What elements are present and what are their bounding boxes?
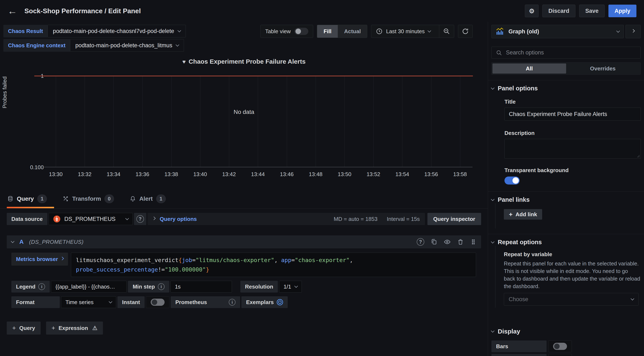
query-header[interactable]: A (DS_PROMETHEUS) ?: [7, 235, 481, 248]
panel-settings-button[interactable]: ⚙: [525, 5, 538, 17]
variable-value-dropdown[interactable]: podtato-main-pod-delete-chaosnl7vd-pod-d…: [48, 25, 186, 37]
trash-icon[interactable]: [457, 238, 464, 245]
gridline: [171, 76, 172, 167]
time-range-control: Last 30 minutes: [371, 25, 454, 38]
drag-handle-icon[interactable]: [470, 239, 476, 245]
visualization-picker[interactable]: Graph (old): [492, 25, 624, 38]
gridline: [114, 76, 114, 167]
duplicate-icon[interactable]: [430, 238, 437, 245]
plus-icon: +: [509, 211, 513, 218]
section-panel-links[interactable]: Panel links: [492, 196, 641, 203]
gridline: [431, 76, 432, 167]
tab-count-badge: 1: [156, 194, 166, 203]
tab-overrides[interactable]: Overrides: [566, 63, 640, 74]
x-tick-label: 13:38: [164, 171, 178, 178]
instant-toggle[interactable]: [151, 299, 164, 306]
resolution-select[interactable]: 1/1: [279, 281, 302, 293]
query-stats: MD = auto = 1853 Interval = 15s: [334, 216, 420, 222]
grafana-edit-panel: ← Sock-Shop Performance / Edit Panel ⚙ D…: [0, 0, 644, 356]
refresh-button[interactable]: [458, 25, 473, 38]
toggle-viz-picker-button[interactable]: [626, 25, 641, 38]
x-tick-label: 13:58: [453, 171, 467, 178]
promql-expression-input[interactable]: litmuschaos_experiment_verdict{job="litm…: [71, 253, 476, 277]
chevron-down-icon: [294, 284, 298, 288]
query-options-link[interactable]: Query options: [160, 216, 197, 222]
tab-transform[interactable]: Transform 0: [62, 194, 116, 208]
question-circle-icon: ?: [136, 215, 144, 223]
promql-token-op: =: [192, 257, 196, 263]
actual-option[interactable]: Actual: [338, 25, 367, 38]
format-select[interactable]: Time series: [61, 296, 116, 308]
discard-button[interactable]: Discard: [542, 5, 576, 17]
query-body: Metrics browser litmuschaos_experiment_v…: [7, 253, 481, 277]
help-icon[interactable]: ?: [417, 238, 424, 246]
back-arrow-icon[interactable]: ←: [8, 6, 17, 16]
promql-token-op: !=: [158, 266, 165, 273]
add-query-button[interactable]: + Query: [7, 322, 40, 335]
panel-toolbar: Chaos Result podtato-main-pod-delete-cha…: [0, 22, 488, 52]
min-step-label-chip: Min step i: [128, 281, 169, 293]
promql-token-brace: }: [206, 266, 209, 273]
legend-input[interactable]: {{app_label}} - {{chaos…: [51, 281, 127, 293]
x-tick-label: 13:46: [280, 171, 294, 178]
add-expression-button[interactable]: + Expression ⚠: [46, 322, 103, 335]
x-tick-label: 13:32: [78, 171, 92, 178]
exemplars-target-icon[interactable]: [277, 299, 283, 305]
gridline: [84, 76, 85, 167]
resize-handle-icon[interactable]: [636, 154, 640, 158]
min-step-label: Min step: [132, 284, 155, 290]
variable-value-dropdown[interactable]: podtato-main-pod-delete-chaos_litmus: [70, 39, 184, 52]
x-tick-label: 13:54: [396, 171, 409, 178]
transparent-bg-toggle[interactable]: [504, 177, 520, 184]
bell-icon: [130, 196, 136, 202]
instant-toggle-box: [146, 296, 170, 308]
gridline: [287, 76, 287, 167]
zoom-out-time-button[interactable]: [439, 25, 454, 38]
section-display[interactable]: Display: [492, 328, 641, 335]
panel-description-textarea[interactable]: [504, 139, 641, 159]
panel-header[interactable]: ♥Chaos Experiment Probe Failure Alerts: [3, 58, 484, 65]
tab-query[interactable]: Query 1: [7, 194, 48, 208]
time-range-picker[interactable]: Last 30 minutes: [371, 25, 435, 38]
promql-token-string: "litmus/chaos-exporter": [196, 257, 274, 263]
search-options-input[interactable]: [506, 49, 636, 56]
data-source-select[interactable]: DS_PROMETHEUS: [48, 213, 133, 225]
table-view-label: Table view: [265, 28, 291, 35]
plot-area[interactable]: [35, 76, 472, 167]
variable-value-text: podtato-main-pod-delete-chaosnl7vd-pod-d…: [53, 28, 174, 34]
repeat-by-variable-label: Repeat by variable: [504, 251, 641, 258]
transform-icon: [62, 196, 69, 202]
bars-toggle[interactable]: [553, 343, 567, 350]
section-panel-options[interactable]: Panel options: [492, 85, 641, 92]
repeat-variable-select[interactable]: Choose: [504, 293, 638, 306]
fill-option[interactable]: Fill: [317, 25, 338, 38]
variable-value-text: podtato-main-pod-delete-chaos_litmus: [75, 42, 172, 49]
plus-icon: +: [12, 325, 16, 332]
resolution-label-chip: Resolution: [240, 281, 278, 293]
zoom-out-icon: [443, 28, 450, 35]
apply-button[interactable]: Apply: [608, 5, 636, 17]
metrics-browser-button[interactable]: Metrics browser: [11, 253, 68, 266]
clock-icon: [376, 28, 382, 35]
section-repeat-options[interactable]: Repeat options: [492, 239, 641, 246]
alert-heart-icon: ♥: [182, 59, 186, 65]
panel-title: Chaos Experiment Probe Failure Alerts: [188, 58, 306, 65]
add-link-button[interactable]: + Add link: [504, 209, 542, 220]
y-axis-label: Probes failed: [2, 76, 8, 108]
min-step-input[interactable]: 1s: [170, 281, 232, 293]
table-view-toggle[interactable]: [294, 28, 308, 35]
add-query-label: Query: [19, 325, 35, 332]
panel-title-input[interactable]: [504, 108, 641, 121]
title-field-label: Title: [504, 99, 641, 105]
section-header-label: Panel links: [498, 196, 530, 203]
save-button[interactable]: Save: [579, 5, 605, 17]
editor-tabs: Query 1 Transform 0 Alert 1: [0, 190, 488, 208]
promql-token-metric: litmuschaos_experiment_verdict: [76, 257, 178, 263]
database-icon: [7, 196, 14, 202]
data-source-help-button[interactable]: ?: [134, 213, 146, 225]
tab-all[interactable]: All: [492, 63, 566, 74]
tab-alert[interactable]: Alert 1: [129, 194, 168, 208]
disable-eye-icon[interactable]: [444, 238, 451, 245]
section-header-label: Display: [498, 328, 520, 335]
query-inspector-button[interactable]: Query inspector: [428, 213, 481, 225]
